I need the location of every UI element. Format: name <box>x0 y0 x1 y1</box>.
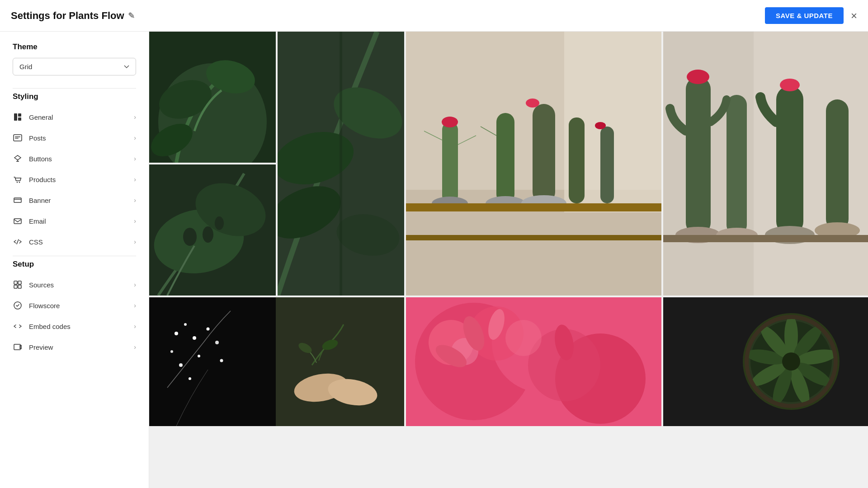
svg-rect-56 <box>686 77 711 235</box>
email-label: Email <box>29 217 46 225</box>
sources-icon <box>13 280 23 290</box>
svg-rect-57 <box>726 95 747 235</box>
svg-rect-35 <box>600 127 614 203</box>
photo-grid <box>149 32 868 488</box>
general-chevron: › <box>134 113 136 121</box>
preview-icon <box>13 342 23 352</box>
sidebar-item-css[interactable]: CSS › <box>0 231 149 252</box>
svg-point-51 <box>203 226 213 243</box>
general-icon <box>13 112 23 122</box>
svg-rect-32 <box>496 113 514 203</box>
close-button[interactable]: × <box>851 10 857 21</box>
svg-rect-34 <box>569 117 585 203</box>
sidebar-item-products[interactable]: Products › <box>0 169 149 190</box>
svg-point-113 <box>782 352 800 371</box>
theme-label: Theme <box>13 42 136 52</box>
setup-label: Setup <box>0 260 149 274</box>
svg-rect-5 <box>15 138 19 139</box>
edit-icon[interactable]: ✎ <box>128 11 135 21</box>
main-layout: Theme Grid List Masonry Styling General … <box>0 32 868 488</box>
sidebar-item-email[interactable]: Email › <box>0 211 149 231</box>
sidebar-item-buttons[interactable]: Buttons › <box>0 148 149 169</box>
css-chevron: › <box>134 238 136 245</box>
svg-rect-12 <box>14 281 17 284</box>
flowscore-icon <box>13 300 23 310</box>
svg-point-75 <box>207 328 210 331</box>
svg-rect-55 <box>754 32 868 296</box>
svg-point-76 <box>179 363 183 367</box>
save-update-button[interactable]: SAVE & UPDATE <box>765 7 844 24</box>
header-actions: SAVE & UPDATE × <box>765 7 857 24</box>
banner-label: Banner <box>29 197 51 204</box>
svg-rect-4 <box>15 136 20 137</box>
flowscore-chevron: › <box>134 302 136 309</box>
email-chevron: › <box>134 217 136 225</box>
sidebar-item-banner[interactable]: Banner › <box>0 190 149 211</box>
header: Settings for Plants Flow ✎ SAVE & UPDATE… <box>0 0 868 32</box>
sidebar-item-sources[interactable]: Sources › <box>0 274 149 295</box>
preview-chevron: › <box>134 343 136 351</box>
flowscore-label: Flowscore <box>29 302 60 310</box>
svg-rect-45 <box>406 203 661 211</box>
svg-point-78 <box>215 341 219 344</box>
svg-rect-13 <box>18 281 21 284</box>
products-label: Products <box>29 176 56 183</box>
svg-rect-46 <box>406 235 661 240</box>
embed-label: Embed codes <box>29 323 71 330</box>
general-label: General <box>29 113 53 121</box>
svg-rect-15 <box>18 285 21 288</box>
svg-point-62 <box>780 79 800 91</box>
svg-rect-0 <box>14 113 17 121</box>
svg-rect-58 <box>776 86 803 235</box>
styling-section: Styling General › Posts <box>0 92 149 252</box>
photo-cell-2 <box>278 32 404 296</box>
svg-point-43 <box>526 99 539 108</box>
sources-chevron: › <box>134 281 136 288</box>
svg-rect-59 <box>826 99 849 230</box>
page-title: Settings for Plants Flow ✎ <box>11 10 135 22</box>
svg-point-80 <box>220 359 223 362</box>
svg-rect-1 <box>18 113 21 117</box>
svg-point-7 <box>19 182 20 183</box>
theme-select[interactable]: Grid List Masonry <box>13 58 136 75</box>
svg-point-52 <box>215 216 224 230</box>
svg-rect-70 <box>149 297 276 426</box>
svg-rect-14 <box>14 285 17 288</box>
posts-label: Posts <box>29 134 46 142</box>
photo-cell-8 <box>663 297 868 426</box>
sidebar-item-flowscore[interactable]: Flowscore › <box>0 295 149 316</box>
styling-label: Styling <box>0 92 149 107</box>
buttons-label: Buttons <box>29 155 52 163</box>
embed-icon <box>13 321 23 331</box>
svg-point-72 <box>184 323 187 326</box>
svg-rect-33 <box>533 104 555 203</box>
photo-cell-5 <box>663 32 868 296</box>
sidebar-item-embed[interactable]: Embed codes › <box>0 316 149 337</box>
photo-cell-3 <box>406 32 661 296</box>
svg-point-42 <box>442 117 458 127</box>
svg-rect-2 <box>18 117 21 121</box>
sidebar-item-posts[interactable]: Posts › <box>0 127 149 148</box>
embed-chevron: › <box>134 323 136 330</box>
banner-icon <box>13 195 23 205</box>
svg-point-74 <box>170 350 173 353</box>
setup-section: Setup Sources › Flowscore <box>0 260 149 357</box>
svg-rect-31 <box>442 122 458 203</box>
posts-icon <box>13 133 23 143</box>
svg-point-77 <box>198 355 200 357</box>
svg-point-50 <box>183 228 197 246</box>
css-label: CSS <box>29 238 43 246</box>
sidebar: Theme Grid List Masonry Styling General … <box>0 32 149 488</box>
preview-label: Preview <box>29 343 53 351</box>
sources-label: Sources <box>29 281 54 289</box>
sidebar-item-preview[interactable]: Preview › <box>0 337 149 357</box>
title-text: Settings for Plants Flow <box>11 10 124 22</box>
photo-cell-7 <box>406 297 661 426</box>
svg-point-71 <box>175 332 178 335</box>
theme-section: Theme Grid List Masonry <box>0 42 149 84</box>
buttons-chevron: › <box>134 155 136 162</box>
sidebar-item-general[interactable]: General › <box>0 107 149 127</box>
products-icon <box>13 174 23 184</box>
photo-cell-4 <box>149 164 276 296</box>
email-icon <box>13 216 23 226</box>
